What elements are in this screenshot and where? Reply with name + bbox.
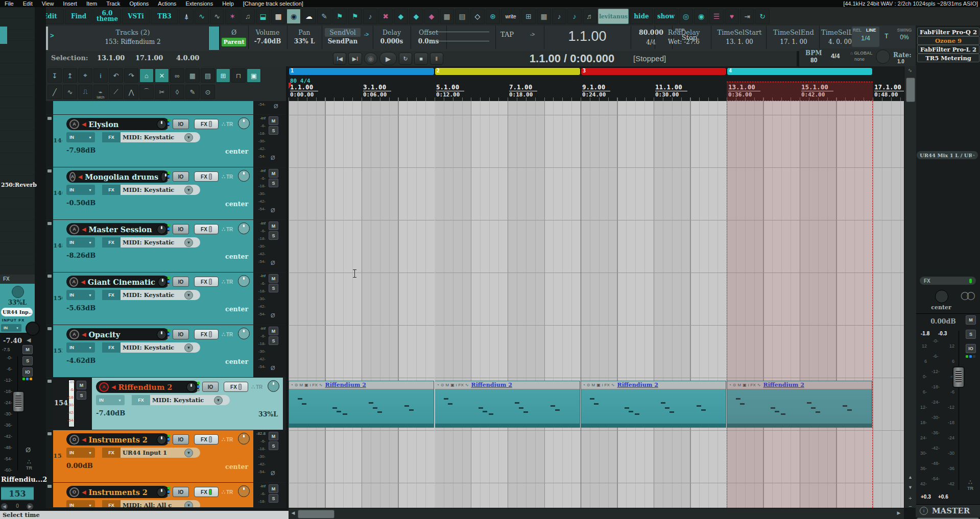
input-dropdown-icon[interactable]: ▼ [184,343,193,352]
media-item-riffendium[interactable]: ◔⊙M▣iFX∿Riffendium 2 [435,381,580,428]
midi-plug-icon[interactable]: ⊛ [486,9,500,24]
timeline-ruler[interactable]: 123480 4/41.1.000:00.003.1.000:06.005.1.… [289,66,904,101]
lock-icon[interactable]: ⊓ [231,68,246,83]
media-item-header[interactable]: ◔⊙M▣iFX∿Riffendium 2 [581,381,726,389]
menu-item-changetrackselection[interactable]: [Change track selection] [238,1,308,7]
note-a-icon[interactable]: ♪ [363,9,377,24]
position-time-readout[interactable]: 1.1.00 / 0:00.000 [495,52,649,65]
menu-item-view[interactable]: View [37,1,59,7]
t-button[interactable]: T [882,30,891,43]
track-152[interactable]: 152A◀OpacityIOFX∴TRIN▼FXMIDI: Keystatic▼… [46,325,286,377]
record-arm-button[interactable]: A [69,330,79,339]
grid-division-value[interactable]: 1/4 [852,34,879,42]
input-button[interactable]: IN▼ [66,185,95,195]
track-pan[interactable]: 33%L [232,410,278,418]
bpm-value[interactable]: 80 [810,57,826,64]
input-source-pill[interactable]: MIDI: All: All c▼ [121,500,200,507]
io-button[interactable]: IO [173,277,189,287]
track-name-pill[interactable]: A◀Riffendium 2 [96,381,199,393]
input-fx-tag[interactable]: FX [102,132,121,142]
pause-button[interactable]: ‖ [430,53,443,65]
step-icon[interactable]: ⊞ [521,9,536,24]
input-source-pill[interactable]: MIDI: Keystatic▼ [121,290,200,300]
phase-value[interactable]: Parent [222,38,246,46]
record-monitor-knob[interactable] [161,172,166,182]
track-panel[interactable]: O◀Instruments 2IOFX∴TRIN▼FXUR44 Input 1▼… [62,430,253,482]
solo-button[interactable]: S [269,494,278,503]
solo-button[interactable]: S [269,231,278,240]
selected-track-id[interactable]: 153: Riffendium 2 [61,38,204,46]
track-color-swatch[interactable] [208,27,220,50]
input-button[interactable]: IN▼ [66,448,95,458]
io-button[interactable]: IO [173,487,189,497]
vscroll-thumb[interactable] [906,78,915,102]
meter-slot-line-1[interactable] [429,32,489,32]
solo-button[interactable]: S [269,441,278,450]
repeat-button[interactable]: ↻ [399,53,412,65]
pad-grid-icon[interactable]: ▤ [455,9,469,24]
tracks-count-label[interactable]: Tracks (2) [61,29,204,37]
input-fx-tag[interactable]: FX [102,185,121,195]
rate-value[interactable]: 1.0 [897,59,911,65]
track-pan[interactable]: center [202,358,248,366]
region-marker-2[interactable]: 2 [435,67,581,76]
input-source-pill[interactable]: MIDI: Keystatic▼ [121,132,200,142]
link-icon[interactable]: ∞ [170,68,184,83]
metronome-icon[interactable]: ⍋ [179,9,194,24]
cells-icon[interactable]: ▤ [201,68,215,83]
input-dropdown-icon[interactable]: ▼ [184,186,193,194]
input-source-pill[interactable]: MIDI: Keystatic▼ [121,185,200,195]
record-button[interactable]: ◉ [364,53,377,65]
record-monitor-knob[interactable] [158,277,166,287]
track-volume[interactable]: 0.00dB [66,462,112,470]
env-curve-icon[interactable]: ∿ [63,85,77,99]
track-pan[interactable]: center [202,463,248,471]
track-volume[interactable]: -7.40dB [96,409,142,417]
input-fx-tag[interactable]: FX [102,448,121,458]
track-panel[interactable]: A◀Mongolian drumsIOFX∴TRIN▼FXMIDI: Keyst… [62,167,253,219]
master-fader-handle[interactable] [952,366,965,388]
media-item-header[interactable]: ◔⊙M▣iFX∿Riffendium 2 [289,381,434,389]
mixer-rec-knob[interactable] [26,322,40,336]
go-start-button[interactable]: I◀ [333,53,346,65]
pan-knob[interactable] [238,275,250,287]
mixer-volume-value[interactable]: -7.40 [3,337,29,344]
record-arm-button[interactable]: O [69,487,79,497]
readelay-value[interactable]: Wet: -27.6 [657,38,711,46]
input-dropdown-icon[interactable]: ▼ [184,449,193,457]
menu-item-help[interactable]: Help [218,1,238,7]
track-name-pill[interactable]: A◀Opacity [66,328,170,340]
selection-end[interactable]: 17.1.00 [135,54,167,62]
mixer-solo-button[interactable]: S [22,356,33,365]
solo-button[interactable]: S [269,284,278,292]
pan-knob[interactable] [238,328,250,339]
record-arm-button[interactable]: A [69,277,78,287]
glue-icon[interactable]: ◊ [170,85,184,99]
horizontal-scrollbar[interactable]: ◀▶ [289,508,904,519]
pan-label[interactable]: Pan [287,29,322,37]
sendvol-value[interactable]: SendPan [322,38,364,45]
cloud-icon[interactable]: ☁ [302,9,316,24]
note-grid-2-icon[interactable]: ♪ [552,9,566,24]
input-button[interactable]: IN▼ [66,500,95,507]
theme-button[interactable]: 6.0 theme [93,9,121,24]
master-fx-bar[interactable]: FX [920,277,976,285]
input-source-pill[interactable]: MIDI: Keystatic▼ [121,342,200,353]
fx-chain-item[interactable]: 250:Reverb [1,182,35,189]
mixer-fx-header[interactable]: FX [0,275,35,284]
pan-knob[interactable] [268,380,279,392]
track-volume[interactable]: -5.63dB [66,304,112,312]
phase-button[interactable]: Ø [271,470,275,476]
tb3-button[interactable]: TB3 [151,9,178,24]
vscroll-up-arrow[interactable]: ▲ [906,475,914,482]
phase-label[interactable]: Ø [220,29,248,37]
mixer-pan-knob[interactable] [12,286,24,298]
track-155[interactable]: 155O◀Instruments 2IOFX∴TRIN▼FXUR44 Input… [46,430,286,482]
piano-icon[interactable]: ♫ [241,9,255,24]
track-pan[interactable]: center [202,253,248,261]
master-stereo-icon[interactable]: ◯◯ [961,291,974,301]
master-pan-knob[interactable] [935,290,948,303]
input-source-pill[interactable]: UR44 Input 1▼ [121,448,200,458]
position-readout[interactable]: 1.1.00 [549,29,626,47]
envelope-hand-icon[interactable]: ∿ [210,9,224,24]
